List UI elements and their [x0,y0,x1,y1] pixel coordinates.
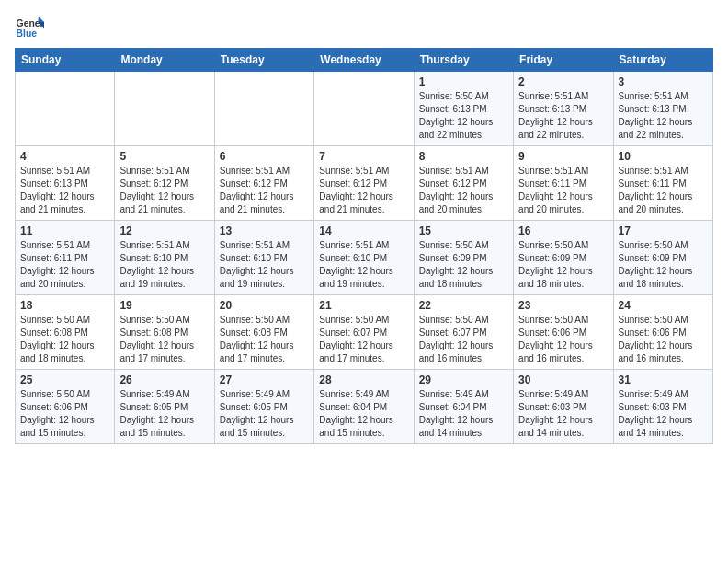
day-detail: Sunrise: 5:51 AM Sunset: 6:10 PM Dayligh… [220,239,309,291]
day-detail: Sunrise: 5:50 AM Sunset: 6:06 PM Dayligh… [518,314,608,365]
day-number: 29 [419,373,508,386]
logo-icon: General Blue [15,15,44,40]
day-detail: Sunrise: 5:49 AM Sunset: 6:05 PM Dayligh… [220,388,309,440]
calendar-day-cell: 29Sunrise: 5:49 AM Sunset: 6:04 PM Dayli… [414,370,513,444]
calendar-day-cell: 30Sunrise: 5:49 AM Sunset: 6:03 PM Dayli… [514,370,613,444]
day-detail: Sunrise: 5:51 AM Sunset: 6:11 PM Dayligh… [20,239,109,291]
day-number: 28 [319,373,408,386]
calendar-day-cell [115,72,214,146]
calendar-day-cell: 3Sunrise: 5:51 AM Sunset: 6:13 PM Daylig… [613,72,712,146]
calendar-day-header: Friday [514,49,613,72]
day-number: 4 [20,150,109,163]
day-detail: Sunrise: 5:49 AM Sunset: 6:05 PM Dayligh… [119,388,209,440]
calendar-day-cell: 9Sunrise: 5:51 AM Sunset: 6:11 PM Daylig… [514,146,613,221]
day-detail: Sunrise: 5:49 AM Sunset: 6:03 PM Dayligh… [518,388,608,440]
day-detail: Sunrise: 5:50 AM Sunset: 6:06 PM Dayligh… [20,388,109,440]
day-number: 21 [319,299,408,312]
calendar-table: SundayMondayTuesdayWednesdayThursdayFrid… [15,48,713,444]
day-detail: Sunrise: 5:50 AM Sunset: 6:09 PM Dayligh… [419,239,508,291]
day-detail: Sunrise: 5:51 AM Sunset: 6:13 PM Dayligh… [619,90,708,142]
calendar-day-cell: 2Sunrise: 5:51 AM Sunset: 6:13 PM Daylig… [514,72,613,146]
calendar-day-cell: 20Sunrise: 5:50 AM Sunset: 6:08 PM Dayli… [214,295,313,370]
day-detail: Sunrise: 5:51 AM Sunset: 6:12 PM Dayligh… [220,165,309,216]
day-number: 1 [419,75,508,88]
calendar-day-cell: 19Sunrise: 5:50 AM Sunset: 6:08 PM Dayli… [115,295,214,370]
calendar-day-cell: 10Sunrise: 5:51 AM Sunset: 6:11 PM Dayli… [613,146,712,221]
day-number: 17 [619,224,708,237]
calendar-day-header: Saturday [613,49,712,72]
calendar-day-header: Thursday [414,49,513,72]
day-number: 20 [220,299,309,312]
calendar-day-cell: 17Sunrise: 5:50 AM Sunset: 6:09 PM Dayli… [613,221,712,295]
day-number: 18 [20,299,109,312]
day-number: 6 [220,150,309,163]
calendar-day-cell: 25Sunrise: 5:50 AM Sunset: 6:06 PM Dayli… [16,370,115,444]
calendar-body: 1Sunrise: 5:50 AM Sunset: 6:13 PM Daylig… [16,72,713,444]
day-number: 26 [119,373,209,386]
day-detail: Sunrise: 5:50 AM Sunset: 6:09 PM Dayligh… [619,239,708,291]
day-detail: Sunrise: 5:51 AM Sunset: 6:13 PM Dayligh… [20,165,109,216]
calendar-day-cell [16,72,115,146]
calendar-day-cell: 4Sunrise: 5:51 AM Sunset: 6:13 PM Daylig… [16,146,115,221]
calendar-day-cell: 7Sunrise: 5:51 AM Sunset: 6:12 PM Daylig… [314,146,414,221]
calendar-week-row: 4Sunrise: 5:51 AM Sunset: 6:13 PM Daylig… [16,146,713,221]
calendar-day-cell [214,72,313,146]
day-number: 27 [220,373,309,386]
calendar-week-row: 1Sunrise: 5:50 AM Sunset: 6:13 PM Daylig… [16,72,713,146]
calendar-day-cell: 27Sunrise: 5:49 AM Sunset: 6:05 PM Dayli… [214,370,313,444]
calendar-day-header: Wednesday [314,49,414,72]
day-detail: Sunrise: 5:51 AM Sunset: 6:12 PM Dayligh… [419,165,508,216]
calendar-day-cell: 13Sunrise: 5:51 AM Sunset: 6:10 PM Dayli… [214,221,313,295]
day-number: 22 [419,299,508,312]
day-number: 24 [619,299,708,312]
day-detail: Sunrise: 5:51 AM Sunset: 6:10 PM Dayligh… [319,239,408,291]
day-detail: Sunrise: 5:50 AM Sunset: 6:13 PM Dayligh… [419,90,508,142]
calendar-day-cell: 6Sunrise: 5:51 AM Sunset: 6:12 PM Daylig… [214,146,313,221]
day-number: 16 [518,224,608,237]
calendar-day-header: Sunday [16,49,115,72]
day-detail: Sunrise: 5:51 AM Sunset: 6:10 PM Dayligh… [119,239,209,291]
day-number: 8 [419,150,508,163]
day-number: 14 [319,224,408,237]
calendar-day-cell: 1Sunrise: 5:50 AM Sunset: 6:13 PM Daylig… [414,72,513,146]
calendar-day-cell: 5Sunrise: 5:51 AM Sunset: 6:12 PM Daylig… [115,146,214,221]
day-number: 19 [119,299,209,312]
calendar-day-cell [314,72,414,146]
calendar-day-cell: 23Sunrise: 5:50 AM Sunset: 6:06 PM Dayli… [514,295,613,370]
logo: General Blue [15,15,44,40]
calendar-day-cell: 31Sunrise: 5:49 AM Sunset: 6:03 PM Dayli… [613,370,712,444]
calendar-day-cell: 22Sunrise: 5:50 AM Sunset: 6:07 PM Dayli… [414,295,513,370]
calendar-day-cell: 8Sunrise: 5:51 AM Sunset: 6:12 PM Daylig… [414,146,513,221]
calendar-day-cell: 18Sunrise: 5:50 AM Sunset: 6:08 PM Dayli… [16,295,115,370]
calendar-day-cell: 21Sunrise: 5:50 AM Sunset: 6:07 PM Dayli… [314,295,414,370]
day-detail: Sunrise: 5:51 AM Sunset: 6:12 PM Dayligh… [319,165,408,216]
calendar-day-cell: 11Sunrise: 5:51 AM Sunset: 6:11 PM Dayli… [16,221,115,295]
day-number: 9 [518,150,608,163]
day-number: 23 [518,299,608,312]
day-detail: Sunrise: 5:49 AM Sunset: 6:04 PM Dayligh… [319,388,408,440]
svg-text:Blue: Blue [17,29,38,39]
day-number: 11 [20,224,109,237]
day-detail: Sunrise: 5:51 AM Sunset: 6:12 PM Dayligh… [119,165,209,216]
calendar-week-row: 18Sunrise: 5:50 AM Sunset: 6:08 PM Dayli… [16,295,713,370]
calendar-header-row: SundayMondayTuesdayWednesdayThursdayFrid… [16,49,713,72]
page-header: General Blue [15,15,713,40]
day-detail: Sunrise: 5:49 AM Sunset: 6:03 PM Dayligh… [619,388,708,440]
day-number: 31 [619,373,708,386]
day-number: 25 [20,373,109,386]
calendar-day-cell: 26Sunrise: 5:49 AM Sunset: 6:05 PM Dayli… [115,370,214,444]
calendar-day-cell: 14Sunrise: 5:51 AM Sunset: 6:10 PM Dayli… [314,221,414,295]
day-number: 5 [119,150,209,163]
day-detail: Sunrise: 5:50 AM Sunset: 6:07 PM Dayligh… [419,314,508,365]
day-detail: Sunrise: 5:51 AM Sunset: 6:13 PM Dayligh… [518,90,608,142]
day-detail: Sunrise: 5:50 AM Sunset: 6:08 PM Dayligh… [20,314,109,365]
day-detail: Sunrise: 5:51 AM Sunset: 6:11 PM Dayligh… [518,165,608,216]
calendar-day-cell: 12Sunrise: 5:51 AM Sunset: 6:10 PM Dayli… [115,221,214,295]
calendar-day-cell: 24Sunrise: 5:50 AM Sunset: 6:06 PM Dayli… [613,295,712,370]
day-number: 30 [518,373,608,386]
day-detail: Sunrise: 5:50 AM Sunset: 6:08 PM Dayligh… [119,314,209,365]
calendar-day-header: Monday [115,49,214,72]
day-number: 2 [518,75,608,88]
day-detail: Sunrise: 5:50 AM Sunset: 6:06 PM Dayligh… [619,314,708,365]
day-number: 10 [619,150,708,163]
